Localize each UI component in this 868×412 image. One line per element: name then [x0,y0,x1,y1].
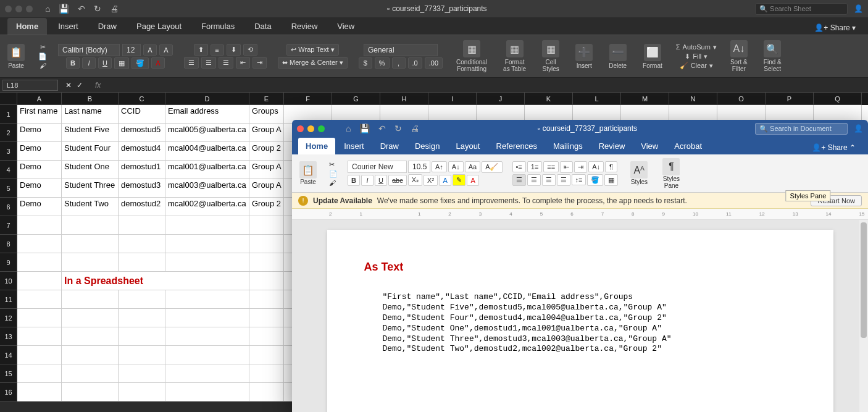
copy-icon[interactable]: 📄 [329,170,338,178]
fill-color-button[interactable]: 🪣 [131,57,149,69]
cell[interactable]: mcal004@ualberta.ca [165,142,249,161]
cell[interactable] [62,216,119,235]
cell[interactable]: Demo [17,124,62,142]
ruler[interactable]: 21123456789101112131415161718 [292,209,868,220]
cell[interactable]: CCID [119,105,165,124]
excel-tab-formulas[interactable]: Formulas [193,18,243,35]
cell[interactable] [165,290,249,309]
cell[interactable] [17,327,62,346]
clear-button[interactable]: 🧹 Clear ▾ [680,62,713,70]
cell[interactable]: Last name [62,105,119,124]
cell[interactable] [249,216,284,235]
cell[interactable]: Group A [249,161,284,179]
cell[interactable]: mcal003@ualberta.ca [165,179,249,198]
cell-styles-button[interactable]: ▦Cell Styles [540,38,562,75]
cut-icon[interactable]: ✂ [329,161,335,169]
indent-dec-button[interactable]: ⇤ [560,161,573,173]
change-case-button[interactable]: Aa [465,161,480,172]
cell[interactable] [17,235,62,253]
font-name-select[interactable]: Calibri (Body) [58,44,120,56]
cell[interactable]: Student Three [62,179,119,198]
cell[interactable]: Student Four [62,142,119,161]
numbering-button[interactable]: 1≡ [527,161,543,172]
column-header[interactable]: G [332,93,380,105]
cell[interactable]: Student Two [62,198,119,216]
indent-inc-button[interactable]: ⇥ [574,161,587,173]
column-header[interactable]: K [525,93,573,105]
word-search-input[interactable]: 🔍 Search in Document [755,123,848,135]
cell[interactable]: Group A [249,179,284,198]
cell[interactable] [17,309,62,327]
excel-tab-view[interactable]: View [328,18,363,35]
cut-icon[interactable]: ✂ [40,43,46,51]
orientation-button[interactable]: ⟲ [243,44,257,56]
cell[interactable] [165,364,249,383]
align-left-button[interactable]: ☰ [184,57,199,69]
column-header[interactable]: O [717,93,766,105]
cell[interactable]: Email address [165,105,249,124]
multilevel-button[interactable]: ≡≡ [543,161,559,172]
excel-tab-home[interactable]: Home [7,18,47,35]
cell[interactable] [249,364,284,383]
cell[interactable] [62,290,119,309]
word-tab-view[interactable]: View [633,138,666,154]
name-box[interactable]: L18 [2,80,58,91]
cell[interactable] [249,235,284,253]
cell[interactable] [249,383,284,401]
row-header[interactable]: 12 [0,309,17,327]
column-header[interactable]: N [669,93,717,105]
font-shrink-button[interactable]: A↓ [448,161,464,172]
underline-button[interactable]: U [375,175,387,186]
column-header[interactable]: A [17,93,62,105]
merge-center-button[interactable]: ⬌ Merge & Center ▾ [278,57,348,69]
row-header[interactable]: 15 [0,364,17,383]
font-shrink-button[interactable]: A [159,44,173,56]
cell[interactable]: Demo [17,198,62,216]
strikethrough-button[interactable]: abc [388,175,407,186]
font-size-select[interactable]: 12 [122,44,141,56]
subscript-button[interactable]: X₂ [408,174,422,186]
column-header[interactable]: F [284,93,332,105]
delete-cells-button[interactable]: ➖Delete [606,41,629,72]
italic-button[interactable]: I [82,57,96,69]
font-color-button[interactable]: A [467,175,479,186]
row-header[interactable]: 7 [0,216,17,235]
font-grow-button[interactable]: A↑ [432,161,447,172]
cell[interactable] [249,272,284,290]
cell[interactable] [119,253,165,272]
word-tab-draw[interactable]: Draw [373,138,406,154]
cell[interactable]: Student Five [62,124,119,142]
cell[interactable] [165,253,249,272]
home-icon[interactable]: ⌂ [346,124,351,133]
word-tab-insert[interactable]: Insert [336,138,372,154]
word-tab-review[interactable]: Review [591,138,633,154]
save-icon[interactable]: 💾 [359,124,370,133]
row-header[interactable]: 5 [0,179,17,198]
cell[interactable] [62,253,119,272]
cell[interactable] [165,327,249,346]
word-tab-acrobat[interactable]: Acrobat [667,138,709,154]
select-all-corner[interactable] [0,93,17,105]
cell[interactable] [249,346,284,364]
sort-button[interactable]: A↓ [588,161,604,172]
word-tab-references[interactable]: References [489,138,545,154]
cell[interactable] [249,290,284,309]
cell[interactable]: demostud2 [119,198,165,216]
italic-button[interactable]: I [361,175,373,186]
save-icon[interactable]: 💾 [59,4,69,14]
align-center-button[interactable]: ☰ [201,57,216,69]
underline-button[interactable]: U [98,57,112,69]
justify-button[interactable]: ☰ [557,174,570,186]
comma-button[interactable]: , [392,57,406,69]
row-header[interactable]: 3 [0,142,17,161]
insert-cells-button[interactable]: ➕Insert [573,41,595,72]
align-top-button[interactable]: ⬆ [194,44,208,56]
cell[interactable] [165,346,249,364]
cell[interactable] [119,364,165,383]
autosum-button[interactable]: Σ AutoSum ▾ [676,43,717,51]
cell[interactable] [17,290,62,309]
cell[interactable] [17,364,62,383]
align-right-button[interactable]: ☰ [219,57,233,69]
cell[interactable]: Group A [249,124,284,142]
cell[interactable] [165,309,249,327]
